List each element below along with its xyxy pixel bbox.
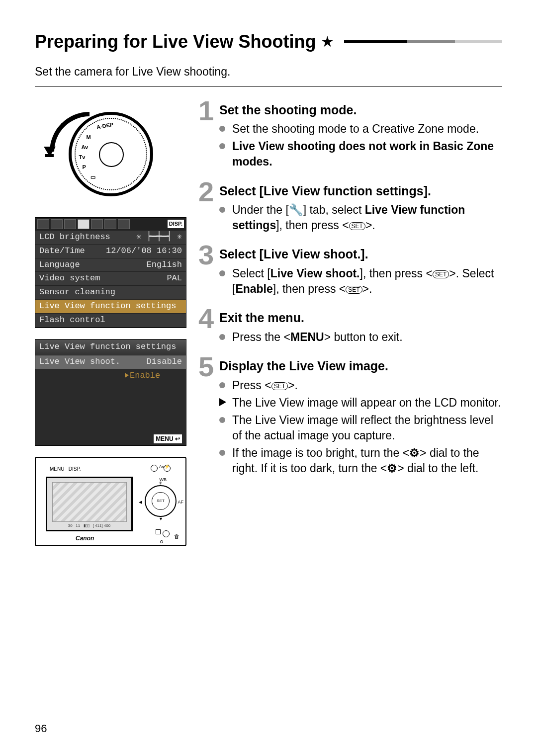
content-area: A-DEP M Av Tv P ▭ DISP. LCD brightness✳ …: [35, 102, 502, 547]
title-divider: [344, 40, 502, 43]
menu-tabs: DISP.: [35, 218, 186, 231]
step-bullet: The Live View image will appear on the L…: [219, 395, 502, 411]
step-bullet: Under the [🔧] tab, select Live View func…: [219, 202, 502, 233]
step: 4Exit the menu.Press the <MENU> button t…: [198, 310, 502, 345]
mode-dial-icon: A-DEP M Av Tv P ▭: [69, 112, 153, 196]
star-icon: ★: [321, 32, 334, 52]
step-bullet: Press the <MENU> button to exit.: [219, 330, 502, 345]
steps-column: 1Set the shooting mode.Set the shooting …: [198, 102, 502, 547]
step-title: Select [Live View function settings].: [219, 183, 502, 200]
step-bullet: If the image is too bright, turn the <⚙>…: [219, 445, 502, 476]
playback-icon: [156, 529, 161, 534]
mode-dial-illustration: A-DEP M Av Tv P ▭: [35, 102, 186, 206]
page-header: Preparing for Live View Shooting ★: [35, 30, 502, 54]
lv-shoot-value: Disable: [147, 356, 182, 368]
control-wheel-icon: SET ✳ ◀ AF ▼: [145, 485, 177, 517]
step-number: 5: [198, 353, 214, 381]
step-number: 2: [198, 178, 214, 206]
set-icon: SET: [349, 222, 365, 230]
step-title: Select [Live View shoot.].: [219, 246, 502, 263]
step-title: Exit the menu.: [219, 310, 502, 327]
step-bullet: Press <SET>.: [219, 378, 502, 393]
menu-row: Sensor cleaning: [35, 286, 186, 300]
set-icon: SET: [271, 382, 288, 390]
step-number: 4: [198, 305, 214, 333]
menu-row: LanguageEnglish: [35, 258, 186, 272]
menu-row: LCD brightness✳ ┝━┿━┥ ✳: [35, 231, 186, 245]
step: 5Display the Live View image.Press <SET>…: [198, 358, 502, 476]
lv-settings-screenshot: Live View function settings Live View sh…: [35, 339, 186, 446]
step-bullet: Select [Live View shoot.], then press <S…: [219, 266, 502, 297]
wrench-icon: 🔧: [289, 203, 303, 216]
menu-row: Date/Time12/06/'08 16:30: [35, 245, 186, 258]
illustration-column: A-DEP M Av Tv P ▭ DISP. LCD brightness✳ …: [35, 102, 186, 547]
intro-text: Set the camera for Live View shooting.: [35, 64, 502, 87]
step-bullet: Set the shooting mode to a Creative Zone…: [219, 121, 502, 137]
step-number: 3: [198, 241, 214, 269]
camera-lcd-icon: 30 11 ▮▯▯ [ 411] 400: [46, 477, 133, 531]
step-bullet: Live View shooting does not work in Basi…: [219, 139, 502, 169]
main-dial-icon: ⚙: [387, 462, 397, 475]
main-dial-icon: ⚙: [409, 446, 420, 459]
set-icon: SET: [346, 286, 362, 294]
step-title: Display the Live View image.: [219, 358, 502, 375]
lv-enable-option: Enable: [35, 369, 186, 383]
step: 3Select [Live View shoot.].Select [Live …: [198, 246, 502, 297]
step: 2Select [Live View function settings].Un…: [198, 183, 502, 234]
camera-back-illustration: MENU DISP. Av⚡ 30 11 ▮▯▯ [ 411] 400 SET …: [35, 457, 186, 546]
step: 1Set the shooting mode.Set the shooting …: [198, 102, 502, 170]
menu-return-badge: MENU ↩: [154, 434, 182, 443]
page-title: Preparing for Live View Shooting: [35, 30, 316, 54]
brand-logo: Canon: [76, 534, 94, 542]
menu-glyph: MENU: [290, 331, 324, 343]
trash-icon: 🗑: [174, 533, 179, 540]
step-bullet: The Live View image will reflect the bri…: [219, 413, 502, 443]
menu-row: Flash control: [35, 314, 186, 328]
menu-row: Live View function settings: [35, 300, 186, 314]
menu-row: Video systemPAL: [35, 272, 186, 286]
lv-shoot-label: Live View shoot.: [39, 356, 120, 368]
lv-settings-title: Live View function settings: [35, 339, 186, 355]
step-title: Set the shooting mode.: [219, 102, 502, 119]
lv-shoot-row: Live View shoot. Disable: [35, 355, 186, 369]
step-number: 1: [198, 97, 214, 125]
setup-menu-screenshot: DISP. LCD brightness✳ ┝━┿━┥ ✳Date/Time12…: [35, 217, 186, 329]
disp-badge: DISP.: [168, 220, 184, 228]
set-icon: SET: [433, 270, 449, 278]
